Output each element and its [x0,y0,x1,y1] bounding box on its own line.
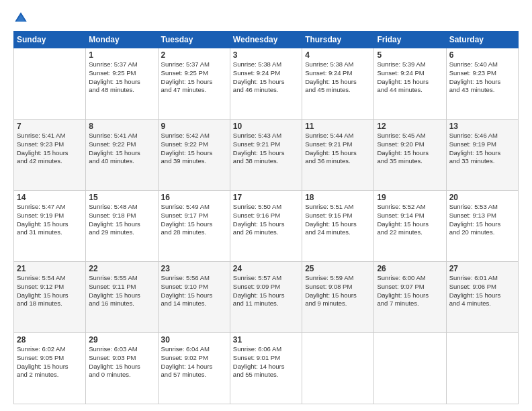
calendar-cell: 12Sunrise: 5:45 AM Sunset: 9:20 PM Dayli… [374,120,446,191]
calendar-cell: 22Sunrise: 5:55 AM Sunset: 9:11 PM Dayli… [86,262,158,333]
calendar-header-sunday: Sunday [14,32,86,48]
day-detail: Sunrise: 5:56 AM Sunset: 9:10 PM Dayligh… [161,274,227,308]
day-number: 24 [233,264,299,273]
header [13,11,519,26]
day-detail: Sunrise: 5:41 AM Sunset: 9:23 PM Dayligh… [17,132,83,166]
day-number: 14 [17,193,83,202]
day-detail: Sunrise: 5:38 AM Sunset: 9:24 PM Dayligh… [233,60,299,95]
calendar-cell: 31Sunrise: 6:06 AM Sunset: 9:01 PM Dayli… [230,333,302,404]
calendar-cell: 9Sunrise: 5:42 AM Sunset: 9:22 PM Daylig… [158,120,230,191]
calendar-cell [302,333,374,404]
calendar-cell: 25Sunrise: 5:59 AM Sunset: 9:08 PM Dayli… [302,262,374,333]
day-number: 5 [377,50,443,60]
day-detail: Sunrise: 5:48 AM Sunset: 9:18 PM Dayligh… [89,203,154,237]
day-detail: Sunrise: 5:44 AM Sunset: 9:21 PM Dayligh… [305,132,371,166]
calendar-cell [14,48,86,120]
calendar-cell: 6Sunrise: 5:40 AM Sunset: 9:23 PM Daylig… [446,48,518,120]
calendar-header-tuesday: Tuesday [158,32,230,48]
logo-icon [13,11,28,26]
day-detail: Sunrise: 6:04 AM Sunset: 9:02 PM Dayligh… [161,345,227,379]
calendar-header-friday: Friday [374,32,446,48]
day-number: 10 [233,122,299,131]
day-number: 29 [89,335,154,345]
day-detail: Sunrise: 5:41 AM Sunset: 9:22 PM Dayligh… [89,132,154,166]
day-number: 16 [161,193,227,202]
day-number: 27 [449,264,515,273]
calendar-cell: 2Sunrise: 5:37 AM Sunset: 9:25 PM Daylig… [158,48,230,120]
day-number: 13 [449,122,515,131]
calendar-header-row: SundayMondayTuesdayWednesdayThursdayFrid… [14,32,519,48]
day-number: 18 [305,193,371,202]
calendar-cell: 26Sunrise: 6:00 AM Sunset: 9:07 PM Dayli… [374,262,446,333]
calendar-header-thursday: Thursday [302,32,374,48]
calendar-header-monday: Monday [86,32,158,48]
calendar-cell: 18Sunrise: 5:51 AM Sunset: 9:15 PM Dayli… [302,191,374,262]
day-number: 6 [449,50,515,60]
day-number: 20 [449,193,515,202]
day-number: 21 [17,264,83,273]
day-detail: Sunrise: 5:37 AM Sunset: 9:25 PM Dayligh… [161,60,227,95]
day-detail: Sunrise: 5:39 AM Sunset: 9:24 PM Dayligh… [377,60,443,95]
calendar-cell [374,333,446,404]
day-number: 25 [305,264,371,273]
day-detail: Sunrise: 5:42 AM Sunset: 9:22 PM Dayligh… [161,132,227,166]
calendar-cell: 16Sunrise: 5:49 AM Sunset: 9:17 PM Dayli… [158,191,230,262]
calendar-cell [446,333,518,404]
calendar-cell: 30Sunrise: 6:04 AM Sunset: 9:02 PM Dayli… [158,333,230,404]
day-detail: Sunrise: 5:51 AM Sunset: 9:15 PM Dayligh… [305,203,371,237]
calendar-cell: 23Sunrise: 5:56 AM Sunset: 9:10 PM Dayli… [158,262,230,333]
day-detail: Sunrise: 6:06 AM Sunset: 9:01 PM Dayligh… [233,345,299,379]
calendar-week-row: 28Sunrise: 6:02 AM Sunset: 9:05 PM Dayli… [14,333,519,404]
day-detail: Sunrise: 5:55 AM Sunset: 9:11 PM Dayligh… [89,274,154,308]
day-detail: Sunrise: 5:54 AM Sunset: 9:12 PM Dayligh… [17,274,83,308]
calendar-cell: 1Sunrise: 5:37 AM Sunset: 9:25 PM Daylig… [86,48,158,120]
day-detail: Sunrise: 6:01 AM Sunset: 9:06 PM Dayligh… [449,274,515,308]
day-number: 12 [377,122,443,131]
calendar-cell: 14Sunrise: 5:47 AM Sunset: 9:19 PM Dayli… [14,191,86,262]
calendar-cell: 8Sunrise: 5:41 AM Sunset: 9:22 PM Daylig… [86,120,158,191]
day-detail: Sunrise: 6:02 AM Sunset: 9:05 PM Dayligh… [17,345,83,379]
page: SundayMondayTuesdayWednesdayThursdayFrid… [0,0,532,411]
day-detail: Sunrise: 5:47 AM Sunset: 9:19 PM Dayligh… [17,203,83,237]
day-detail: Sunrise: 5:53 AM Sunset: 9:13 PM Dayligh… [449,203,515,237]
calendar-cell: 20Sunrise: 5:53 AM Sunset: 9:13 PM Dayli… [446,191,518,262]
day-detail: Sunrise: 6:00 AM Sunset: 9:07 PM Dayligh… [377,274,443,308]
day-number: 11 [305,122,371,131]
day-detail: Sunrise: 5:59 AM Sunset: 9:08 PM Dayligh… [305,274,371,308]
day-number: 2 [161,50,227,60]
day-number: 26 [377,264,443,273]
day-number: 30 [161,335,227,345]
calendar-cell: 28Sunrise: 6:02 AM Sunset: 9:05 PM Dayli… [14,333,86,404]
day-detail: Sunrise: 5:37 AM Sunset: 9:25 PM Dayligh… [89,60,154,95]
calendar-cell: 11Sunrise: 5:44 AM Sunset: 9:21 PM Dayli… [302,120,374,191]
calendar-cell: 27Sunrise: 6:01 AM Sunset: 9:06 PM Dayli… [446,262,518,333]
calendar-week-row: 7Sunrise: 5:41 AM Sunset: 9:23 PM Daylig… [14,120,519,191]
day-detail: Sunrise: 5:43 AM Sunset: 9:21 PM Dayligh… [233,132,299,166]
day-detail: Sunrise: 6:03 AM Sunset: 9:03 PM Dayligh… [89,345,154,379]
day-number: 4 [305,50,371,60]
calendar-cell: 3Sunrise: 5:38 AM Sunset: 9:24 PM Daylig… [230,48,302,120]
calendar-week-row: 21Sunrise: 5:54 AM Sunset: 9:12 PM Dayli… [14,262,519,333]
day-detail: Sunrise: 5:57 AM Sunset: 9:09 PM Dayligh… [233,274,299,308]
day-number: 28 [17,335,83,345]
day-number: 15 [89,193,154,202]
calendar-cell: 29Sunrise: 6:03 AM Sunset: 9:03 PM Dayli… [86,333,158,404]
day-number: 7 [17,122,83,131]
calendar-header-wednesday: Wednesday [230,32,302,48]
calendar-cell: 10Sunrise: 5:43 AM Sunset: 9:21 PM Dayli… [230,120,302,191]
day-detail: Sunrise: 5:49 AM Sunset: 9:17 PM Dayligh… [161,203,227,237]
calendar-cell: 13Sunrise: 5:46 AM Sunset: 9:19 PM Dayli… [446,120,518,191]
calendar-cell: 15Sunrise: 5:48 AM Sunset: 9:18 PM Dayli… [86,191,158,262]
day-detail: Sunrise: 5:40 AM Sunset: 9:23 PM Dayligh… [449,60,515,95]
day-detail: Sunrise: 5:50 AM Sunset: 9:16 PM Dayligh… [233,203,299,237]
day-detail: Sunrise: 5:38 AM Sunset: 9:24 PM Dayligh… [305,60,371,95]
day-detail: Sunrise: 5:52 AM Sunset: 9:14 PM Dayligh… [377,203,443,237]
calendar-cell: 4Sunrise: 5:38 AM Sunset: 9:24 PM Daylig… [302,48,374,120]
day-number: 23 [161,264,227,273]
calendar-week-row: 14Sunrise: 5:47 AM Sunset: 9:19 PM Dayli… [14,191,519,262]
calendar-cell: 17Sunrise: 5:50 AM Sunset: 9:16 PM Dayli… [230,191,302,262]
logo [13,11,31,26]
calendar-cell: 21Sunrise: 5:54 AM Sunset: 9:12 PM Dayli… [14,262,86,333]
day-number: 22 [89,264,154,273]
day-number: 3 [233,50,299,60]
